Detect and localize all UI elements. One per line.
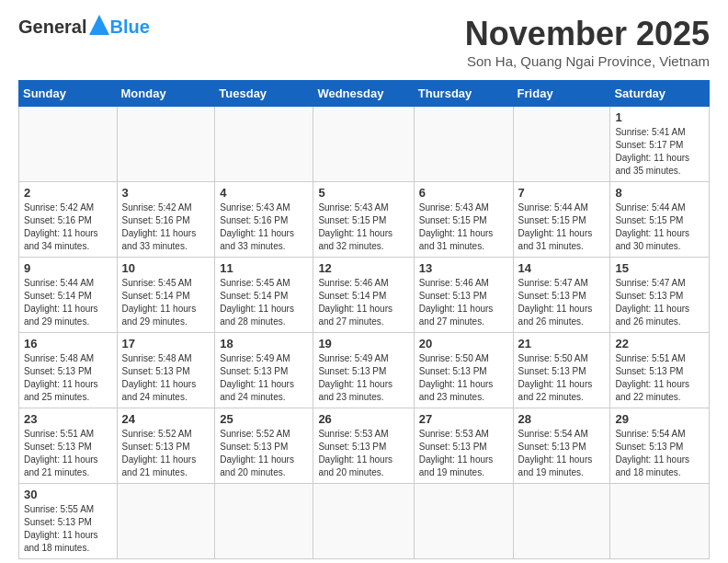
calendar-cell bbox=[117, 107, 215, 182]
day-info: Sunrise: 5:52 AMSunset: 5:13 PMDaylight:… bbox=[122, 428, 210, 479]
calendar-cell: 18Sunrise: 5:49 AMSunset: 5:13 PMDayligh… bbox=[215, 333, 313, 408]
calendar-cell: 11Sunrise: 5:45 AMSunset: 5:14 PMDayligh… bbox=[215, 258, 313, 333]
title-area: November 2025 Son Ha, Quang Ngai Provinc… bbox=[465, 15, 710, 69]
weekday-header-friday: Friday bbox=[513, 81, 610, 107]
day-number: 14 bbox=[518, 261, 606, 275]
day-info: Sunrise: 5:54 AMSunset: 5:13 PMDaylight:… bbox=[518, 428, 606, 479]
day-number: 29 bbox=[615, 412, 704, 426]
calendar-cell bbox=[313, 107, 414, 182]
calendar-week-row: 23Sunrise: 5:51 AMSunset: 5:13 PMDayligh… bbox=[19, 408, 710, 484]
calendar-cell: 6Sunrise: 5:43 AMSunset: 5:15 PMDaylight… bbox=[414, 182, 513, 258]
day-number: 20 bbox=[419, 337, 508, 350]
day-info: Sunrise: 5:44 AMSunset: 5:14 PMDaylight:… bbox=[24, 277, 112, 328]
day-number: 24 bbox=[122, 412, 210, 426]
location-subtitle: Son Ha, Quang Ngai Province, Vietnam bbox=[465, 53, 710, 69]
month-title: November 2025 bbox=[465, 15, 710, 53]
day-info: Sunrise: 5:49 AMSunset: 5:13 PMDaylight:… bbox=[318, 352, 408, 404]
calendar-cell bbox=[215, 107, 313, 182]
calendar-week-row: 1Sunrise: 5:41 AMSunset: 5:17 PMDaylight… bbox=[19, 107, 710, 182]
calendar-cell bbox=[513, 484, 610, 559]
calendar-cell bbox=[215, 484, 313, 559]
day-number: 3 bbox=[122, 186, 210, 200]
day-number: 10 bbox=[122, 261, 210, 275]
day-number: 25 bbox=[220, 412, 308, 426]
day-info: Sunrise: 5:51 AMSunset: 5:13 PMDaylight:… bbox=[615, 352, 704, 404]
day-number: 13 bbox=[419, 261, 508, 275]
day-number: 23 bbox=[24, 412, 112, 426]
logo-triangle bbox=[89, 15, 109, 39]
calendar-cell: 5Sunrise: 5:43 AMSunset: 5:15 PMDaylight… bbox=[313, 182, 414, 258]
day-number: 8 bbox=[615, 186, 704, 200]
weekday-header-wednesday: Wednesday bbox=[313, 81, 414, 107]
calendar-cell bbox=[19, 107, 118, 182]
calendar-cell: 13Sunrise: 5:46 AMSunset: 5:13 PMDayligh… bbox=[414, 258, 513, 333]
day-info: Sunrise: 5:50 AMSunset: 5:13 PMDaylight:… bbox=[419, 352, 508, 404]
calendar-cell: 20Sunrise: 5:50 AMSunset: 5:13 PMDayligh… bbox=[414, 333, 513, 408]
day-info: Sunrise: 5:47 AMSunset: 5:13 PMDaylight:… bbox=[615, 277, 704, 328]
calendar-cell: 28Sunrise: 5:54 AMSunset: 5:13 PMDayligh… bbox=[513, 408, 610, 484]
weekday-header-row: SundayMondayTuesdayWednesdayThursdayFrid… bbox=[19, 81, 710, 107]
day-info: Sunrise: 5:47 AMSunset: 5:13 PMDaylight:… bbox=[518, 277, 606, 328]
day-number: 9 bbox=[24, 261, 112, 275]
calendar-cell: 15Sunrise: 5:47 AMSunset: 5:13 PMDayligh… bbox=[610, 258, 710, 333]
calendar-table: SundayMondayTuesdayWednesdayThursdayFrid… bbox=[18, 80, 710, 559]
day-number: 4 bbox=[220, 186, 308, 200]
weekday-header-thursday: Thursday bbox=[414, 81, 513, 107]
day-info: Sunrise: 5:53 AMSunset: 5:13 PMDaylight:… bbox=[318, 428, 408, 479]
calendar-cell: 9Sunrise: 5:44 AMSunset: 5:14 PMDaylight… bbox=[19, 258, 118, 333]
calendar-cell: 7Sunrise: 5:44 AMSunset: 5:15 PMDaylight… bbox=[513, 182, 610, 258]
day-info: Sunrise: 5:50 AMSunset: 5:13 PMDaylight:… bbox=[518, 352, 606, 404]
day-number: 11 bbox=[220, 261, 308, 275]
calendar-cell: 24Sunrise: 5:52 AMSunset: 5:13 PMDayligh… bbox=[117, 408, 215, 484]
calendar-cell: 23Sunrise: 5:51 AMSunset: 5:13 PMDayligh… bbox=[19, 408, 118, 484]
calendar-cell: 1Sunrise: 5:41 AMSunset: 5:17 PMDaylight… bbox=[610, 107, 710, 182]
calendar-cell bbox=[117, 484, 215, 559]
day-info: Sunrise: 5:45 AMSunset: 5:14 PMDaylight:… bbox=[122, 277, 210, 328]
calendar-week-row: 30Sunrise: 5:55 AMSunset: 5:13 PMDayligh… bbox=[19, 484, 710, 559]
calendar-cell: 10Sunrise: 5:45 AMSunset: 5:14 PMDayligh… bbox=[117, 258, 215, 333]
day-info: Sunrise: 5:52 AMSunset: 5:13 PMDaylight:… bbox=[220, 428, 308, 479]
day-number: 17 bbox=[122, 337, 210, 350]
day-info: Sunrise: 5:54 AMSunset: 5:13 PMDaylight:… bbox=[615, 428, 704, 479]
day-info: Sunrise: 5:43 AMSunset: 5:16 PMDaylight:… bbox=[220, 201, 308, 253]
calendar-cell: 2Sunrise: 5:42 AMSunset: 5:16 PMDaylight… bbox=[19, 182, 118, 258]
day-number: 2 bbox=[24, 186, 112, 200]
calendar-cell bbox=[414, 107, 513, 182]
day-number: 18 bbox=[220, 337, 308, 350]
calendar-cell: 21Sunrise: 5:50 AMSunset: 5:13 PMDayligh… bbox=[513, 333, 610, 408]
day-info: Sunrise: 5:45 AMSunset: 5:14 PMDaylight:… bbox=[220, 277, 308, 328]
day-info: Sunrise: 5:44 AMSunset: 5:15 PMDaylight:… bbox=[518, 201, 606, 253]
calendar-cell: 3Sunrise: 5:42 AMSunset: 5:16 PMDaylight… bbox=[117, 182, 215, 258]
svg-marker-0 bbox=[89, 15, 109, 35]
day-info: Sunrise: 5:42 AMSunset: 5:16 PMDaylight:… bbox=[24, 201, 112, 253]
calendar-cell bbox=[414, 484, 513, 559]
calendar-week-row: 2Sunrise: 5:42 AMSunset: 5:16 PMDaylight… bbox=[19, 182, 710, 258]
day-number: 26 bbox=[318, 412, 408, 426]
calendar-cell: 30Sunrise: 5:55 AMSunset: 5:13 PMDayligh… bbox=[19, 484, 118, 559]
weekday-header-sunday: Sunday bbox=[19, 81, 118, 107]
day-info: Sunrise: 5:49 AMSunset: 5:13 PMDaylight:… bbox=[220, 352, 308, 404]
calendar-cell: 22Sunrise: 5:51 AMSunset: 5:13 PMDayligh… bbox=[610, 333, 710, 408]
calendar-cell: 12Sunrise: 5:46 AMSunset: 5:14 PMDayligh… bbox=[313, 258, 414, 333]
day-number: 15 bbox=[615, 261, 704, 275]
day-info: Sunrise: 5:41 AMSunset: 5:17 PMDaylight:… bbox=[615, 126, 704, 178]
calendar-week-row: 9Sunrise: 5:44 AMSunset: 5:14 PMDaylight… bbox=[19, 258, 710, 333]
day-number: 28 bbox=[518, 412, 606, 426]
day-info: Sunrise: 5:53 AMSunset: 5:13 PMDaylight:… bbox=[419, 428, 508, 479]
page-header: General Blue November 2025 Son Ha, Quang… bbox=[18, 15, 710, 69]
calendar-cell bbox=[610, 484, 710, 559]
day-number: 30 bbox=[24, 488, 112, 501]
day-number: 22 bbox=[615, 337, 704, 350]
calendar-cell: 14Sunrise: 5:47 AMSunset: 5:13 PMDayligh… bbox=[513, 258, 610, 333]
day-info: Sunrise: 5:55 AMSunset: 5:13 PMDaylight:… bbox=[24, 503, 112, 555]
day-number: 12 bbox=[318, 261, 408, 275]
day-number: 7 bbox=[518, 186, 606, 200]
day-info: Sunrise: 5:48 AMSunset: 5:13 PMDaylight:… bbox=[24, 352, 112, 404]
weekday-header-saturday: Saturday bbox=[610, 81, 710, 107]
day-info: Sunrise: 5:43 AMSunset: 5:15 PMDaylight:… bbox=[419, 201, 508, 253]
day-number: 21 bbox=[518, 337, 606, 350]
day-number: 5 bbox=[318, 186, 408, 200]
day-info: Sunrise: 5:44 AMSunset: 5:15 PMDaylight:… bbox=[615, 201, 704, 253]
day-number: 19 bbox=[318, 337, 408, 350]
day-info: Sunrise: 5:46 AMSunset: 5:14 PMDaylight:… bbox=[318, 277, 408, 328]
